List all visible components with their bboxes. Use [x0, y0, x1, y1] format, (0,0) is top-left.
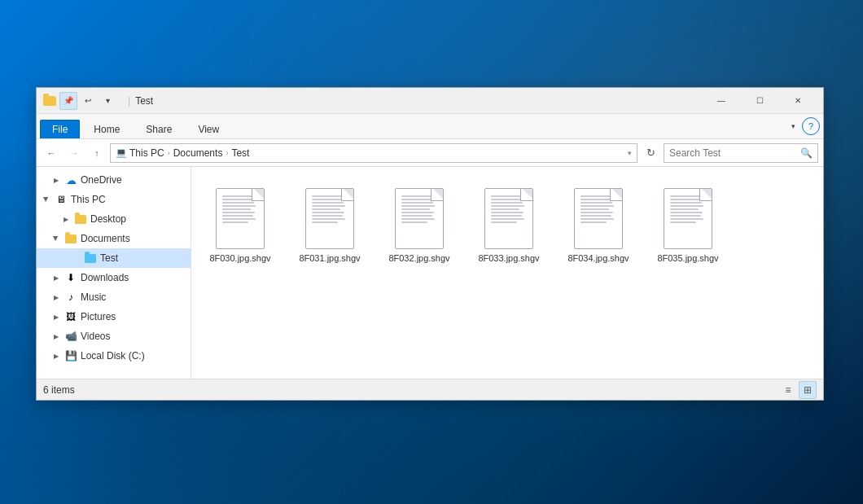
sidebar-item-thispc[interactable]: ▶ 🖥 This PC [37, 190, 191, 209]
path-segment-documents: Documents [173, 147, 223, 159]
videos-icon: 📹 [64, 330, 77, 343]
ribbon: File Home Share View ▾ ? [37, 114, 823, 139]
sidebar-label-localdisk: Local Disk (C:) [81, 350, 145, 362]
sidebar-label-thispc: This PC [71, 194, 106, 205]
sidebar-label-music: Music [81, 291, 106, 303]
content-area: ▶ ☁ OneDrive ▶ 🖥 This PC ▶ Des [37, 167, 823, 379]
sidebar-item-test[interactable]: ▶ Test [37, 248, 191, 268]
window-icon [43, 94, 56, 107]
pictures-icon: 🖼 [64, 310, 77, 323]
document-icon-2 [395, 188, 444, 249]
sidebar-item-desktop[interactable]: ▶ Desktop [37, 209, 191, 229]
path-chevron-2: › [226, 149, 228, 157]
tiles-view-button[interactable]: ⊞ [799, 381, 817, 399]
forward-button[interactable]: → [64, 143, 84, 163]
address-bar: ← → ↑ 💻 This PC › Documents › Test ▾ ↻ 🔍 [37, 139, 823, 167]
expand-arrow-localdisk[interactable]: ▶ [51, 351, 61, 361]
details-view-button[interactable]: ≡ [779, 381, 797, 399]
search-box[interactable]: 🔍 [664, 143, 818, 163]
sidebar-item-pictures[interactable]: ▶ 🖼 Pictures [37, 307, 191, 327]
sidebar: ▶ ☁ OneDrive ▶ 🖥 This PC ▶ Des [37, 167, 191, 379]
back-button[interactable]: ← [42, 143, 61, 163]
sidebar-label-desktop: Desktop [90, 213, 126, 225]
sidebar-item-music[interactable]: ▶ ♪ Music [37, 287, 191, 307]
minimize-button[interactable]: — [703, 88, 740, 114]
sidebar-label-pictures: Pictures [81, 311, 116, 322]
sidebar-label-documents: Documents [81, 233, 130, 244]
expand-arrow-videos[interactable]: ▶ [51, 331, 61, 341]
expand-arrow-thispc[interactable]: ▶ [42, 195, 51, 204]
file-item-4[interactable]: 8F034.jpg.shgv [558, 175, 639, 269]
address-path[interactable]: 💻 This PC › Documents › Test ▾ [110, 143, 637, 163]
test-folder-icon [84, 252, 97, 265]
undo-button[interactable]: ↩ [79, 92, 97, 110]
file-name-0: 8F030.jpg.shgv [209, 252, 270, 264]
title-bar: 📌 ↩ ▾ | Test — ☐ ✕ [37, 88, 823, 114]
path-chevron-1: › [168, 149, 170, 157]
window-title: Test [135, 95, 703, 107]
file-icon-3 [480, 180, 538, 249]
tab-view[interactable]: View [186, 120, 231, 138]
address-dropdown-arrow[interactable]: ▾ [628, 149, 632, 157]
sidebar-label-downloads: Downloads [81, 272, 129, 283]
up-button[interactable]: ↑ [87, 143, 107, 163]
file-item-3[interactable]: 8F033.jpg.shgv [468, 175, 550, 269]
ribbon-expand-button[interactable]: ▾ [784, 117, 802, 135]
search-icon[interactable]: 🔍 [800, 147, 813, 159]
document-icon-4 [574, 188, 623, 249]
file-name-1: 8F031.jpg.shgv [299, 252, 360, 264]
sidebar-item-videos[interactable]: ▶ 📹 Videos [37, 327, 191, 346]
document-icon-5 [664, 188, 712, 249]
status-bar: 6 items ≡ ⊞ [37, 379, 823, 400]
expand-arrow-music[interactable]: ▶ [51, 292, 61, 302]
drive-icon: 💾 [64, 349, 77, 362]
file-icon-1 [300, 180, 359, 249]
search-input[interactable] [669, 147, 800, 159]
pc-icon: 🖥 [55, 193, 68, 206]
quick-access-dropdown[interactable]: ▾ [99, 92, 116, 110]
pin-quick-access-button[interactable]: 📌 [59, 92, 77, 110]
path-segment-thispc: 💻 This PC [116, 147, 164, 159]
music-icon: ♪ [64, 291, 77, 304]
sidebar-item-localdisk[interactable]: ▶ 💾 Local Disk (C:) [37, 346, 191, 366]
tab-share[interactable]: Share [134, 120, 184, 138]
file-icon-2 [390, 180, 449, 249]
expand-arrow-onedrive[interactable]: ▶ [51, 175, 61, 185]
sidebar-item-downloads[interactable]: ▶ ⬇ Downloads [37, 268, 191, 287]
path-segment-test: Test [231, 147, 249, 159]
document-icon-1 [305, 188, 354, 249]
expand-arrow-desktop[interactable]: ▶ [61, 214, 71, 224]
thispc-icon: 💻 [116, 147, 127, 158]
file-grid: 8F030.jpg.shgv8F031.jpg.shgv8F032.jpg.sh… [191, 167, 823, 379]
file-name-2: 8F032.jpg.shgv [388, 252, 449, 264]
help-button[interactable]: ? [802, 117, 820, 135]
file-name-4: 8F034.jpg.shgv [567, 252, 629, 264]
tab-home[interactable]: Home [81, 120, 132, 138]
file-item-0[interactable]: 8F030.jpg.shgv [199, 175, 281, 269]
maximize-button[interactable]: ☐ [741, 88, 778, 114]
tab-file[interactable]: File [40, 120, 80, 138]
expand-arrow-pictures[interactable]: ▶ [51, 312, 61, 322]
file-item-2[interactable]: 8F032.jpg.shgv [379, 175, 460, 269]
file-item-1[interactable]: 8F031.jpg.shgv [289, 175, 370, 269]
ribbon-tabs: File Home Share View ▾ ? [37, 114, 823, 138]
file-icon-0 [211, 180, 269, 249]
expand-arrow-documents[interactable]: ▶ [51, 234, 61, 243]
file-name-3: 8F033.jpg.shgv [478, 252, 539, 264]
downloads-icon: ⬇ [64, 271, 77, 284]
sidebar-label-test: Test [100, 252, 118, 264]
file-explorer-window: 📌 ↩ ▾ | Test — ☐ ✕ File Home Share View … [36, 87, 824, 401]
desktop-folder-icon [74, 213, 87, 226]
expand-arrow-downloads[interactable]: ▶ [51, 273, 61, 283]
sidebar-label-onedrive: OneDrive [81, 174, 122, 186]
window-controls: — ☐ ✕ [703, 88, 817, 114]
sidebar-label-videos: Videos [81, 331, 110, 342]
sidebar-item-documents[interactable]: ▶ Documents [37, 229, 191, 248]
file-item-5[interactable]: 8F035.jpg.shgv [647, 175, 729, 269]
documents-folder-icon [64, 232, 77, 245]
refresh-button[interactable]: ↻ [641, 143, 660, 163]
title-separator: | [128, 95, 130, 107]
document-icon-3 [484, 188, 533, 249]
sidebar-item-onedrive[interactable]: ▶ ☁ OneDrive [37, 170, 191, 190]
close-button[interactable]: ✕ [779, 88, 817, 114]
